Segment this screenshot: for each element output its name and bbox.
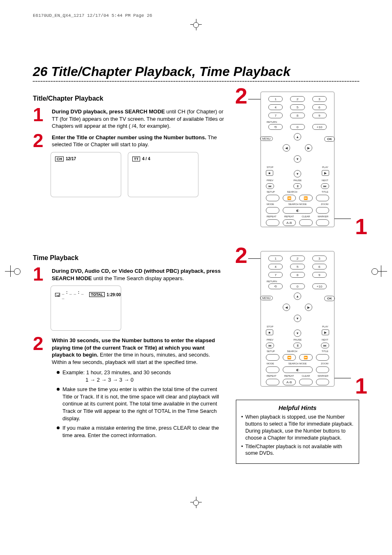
total-label: TOTAL bbox=[89, 292, 104, 297]
osd-chapter-display: CH 12/17 bbox=[51, 152, 121, 197]
pause-button: ⏸ bbox=[293, 183, 302, 189]
osd-tt-label: TT bbox=[132, 157, 140, 161]
osd-time-display: _ : _ _ : _ _ TOTAL 1:29:00 bbox=[51, 286, 121, 330]
osd-tt-value: 4 / 4 bbox=[142, 157, 150, 161]
print-meta: E6170UD_EN_QX4_1217 12/17/04 5:44 PM Pag… bbox=[33, 13, 152, 18]
time-blank: _ : _ _ : _ _ bbox=[62, 290, 88, 299]
step1-text: During DVD playback, press SEARCH MODE u… bbox=[52, 108, 226, 130]
remote-key-1: 1 bbox=[268, 96, 283, 102]
return-button: ⟲ bbox=[268, 124, 283, 130]
page-title: 26 Title/Chapter Playback, Time Playback bbox=[33, 64, 359, 79]
bullet-total-time: Make sure the time you enter is within t… bbox=[57, 386, 226, 422]
clock-icon bbox=[55, 293, 60, 297]
step-number: 1 bbox=[33, 107, 48, 130]
title-rule bbox=[33, 81, 359, 82]
callout-1: 1 bbox=[355, 219, 367, 235]
prev-button: ⏮ bbox=[266, 183, 274, 189]
menu-button: MENU bbox=[260, 136, 273, 141]
bullet-clear: If you make a mistake entering the time,… bbox=[57, 424, 226, 439]
down-arrow-2: ▼ bbox=[294, 170, 301, 177]
remote-illustration-2: 2 123 456 789 RETURN ⟲ 0 +10 bbox=[236, 251, 359, 391]
hint-item: Title/Chapter playback is not available … bbox=[241, 443, 354, 457]
next-button: ⏭ bbox=[321, 183, 329, 189]
total-value: 1:29:00 bbox=[107, 292, 121, 297]
hints-title: Helpful Hints bbox=[241, 404, 354, 411]
step2b-text: Within 30 seconds, use the Number button… bbox=[52, 337, 226, 366]
example-sequence: 1 → 2 → 3 → 3 → 0 bbox=[85, 376, 226, 384]
section2-heading: Time Playback bbox=[33, 254, 226, 262]
left-arrow: ◀ bbox=[283, 144, 290, 152]
up-arrow: ▲ bbox=[294, 133, 301, 140]
step2-text: Enter the Title or Chapter number using … bbox=[52, 134, 226, 148]
callout-1b: 1 bbox=[355, 378, 367, 394]
down-arrow: ▼ bbox=[294, 155, 301, 163]
stop-button: ■ bbox=[266, 170, 273, 176]
callout-2b: 2 bbox=[235, 248, 247, 263]
ok-button: OK bbox=[324, 136, 335, 142]
osd-title-display: TT 4 / 4 bbox=[128, 152, 198, 197]
right-arrow: ▶ bbox=[305, 144, 312, 152]
osd-ch-label: CH bbox=[55, 157, 64, 161]
section1-heading: Title/Chapter Playback bbox=[33, 95, 226, 102]
osd-ch-value: 12/17 bbox=[66, 157, 76, 161]
example-bullet: Example: 1 hour, 23 minutes, and 30 seco… bbox=[57, 369, 226, 383]
step-number: 1 bbox=[33, 267, 48, 282]
remote-illustration-1: 2 123 456 789 RETURN ⟲ 0 +10 bbox=[236, 92, 359, 231]
step1b-text: During DVD, Audio CD, or Video CD (witho… bbox=[52, 267, 226, 282]
helpful-hints-box: Helpful Hints When playback is stopped, … bbox=[236, 400, 359, 464]
play-button: ▶ bbox=[322, 170, 329, 176]
callout-2: 2 bbox=[235, 88, 247, 104]
step-number: 2 bbox=[33, 133, 48, 148]
hint-item: When playback is stopped, use the Number… bbox=[241, 414, 354, 442]
step-number: 2 bbox=[33, 336, 48, 366]
